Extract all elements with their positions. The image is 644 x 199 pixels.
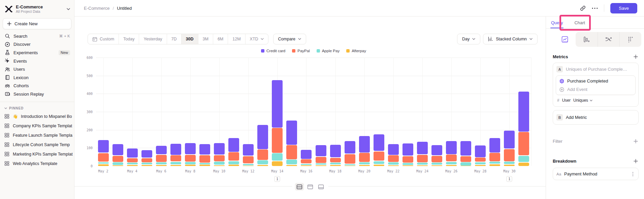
legend-item-paypal[interactable]: PayPal [292,49,310,53]
annotation-badge[interactable]: 1 [275,176,280,182]
segment-paypal [359,153,370,162]
segment-afterpay [214,165,225,166]
chart-type-button[interactable]: Stacked Column [483,34,538,44]
bar-may-11[interactable] [228,137,239,166]
bar-may-6[interactable] [156,145,167,166]
bar-may-28[interactable] [475,145,486,166]
bar-may-22[interactable] [388,143,399,166]
add-metric-plus-icon[interactable] [634,55,638,59]
breadcrumb-report-title[interactable]: Untitled [117,6,132,11]
compare-button[interactable]: Compare [273,34,306,44]
legend-item-apple-pay[interactable]: Apple Pay [317,49,340,53]
bar-may-30[interactable] [504,130,515,166]
bar-may-26[interactable] [446,141,457,166]
bar-may-17[interactable] [316,144,326,166]
range-yesterday[interactable]: Yesterday [139,34,167,44]
bar-may-13[interactable] [257,125,268,166]
sidebar-item-session-replay[interactable]: Session Replay [0,90,74,98]
pinned-section-header[interactable]: PINNED [0,105,74,112]
bar-may-10[interactable] [214,142,225,166]
range-12m[interactable]: 12M [228,34,245,44]
bar-may-18[interactable] [330,144,341,166]
bar-may-14[interactable] [272,79,283,166]
add-event-button[interactable]: Add Event [556,86,635,95]
bar-may-16[interactable] [301,149,312,166]
sidebar-item-search[interactable]: Search⌘ + K [0,32,74,40]
breadcrumb-project[interactable]: E-Commerce [84,6,110,11]
bar-may-27[interactable] [460,141,471,166]
annotation-badge[interactable]: 1 [507,176,512,182]
project-switcher[interactable]: E-Commerce All Project Data [0,3,74,15]
viz-tab-insights[interactable] [554,32,576,47]
range-today[interactable]: Today [119,34,139,44]
tab-query[interactable]: Query [551,20,563,28]
measure-aggregation[interactable]: Uniques [573,98,592,103]
y-axis-tick: 0 [91,164,93,168]
bar-may-19[interactable] [345,140,355,166]
breakdown-card[interactable]: Aa Payment Method [553,168,639,180]
measure-entity[interactable]: User [562,98,571,103]
more-options-icon[interactable] [592,7,598,9]
viz-tab-retention[interactable] [619,32,641,47]
create-new-button[interactable]: Create New [3,18,71,29]
bar-may-8[interactable] [185,142,196,166]
granularity-button[interactable]: Day [457,34,480,44]
tab-chart[interactable]: Chart [574,20,585,28]
sidebar-item-lexicon[interactable]: Lexicon [0,73,74,82]
add-filter-plus-icon[interactable] [634,139,638,143]
viz-tab-funnels[interactable] [576,32,597,47]
range-7d[interactable]: 7D [167,34,182,44]
share-link-icon[interactable] [580,5,586,11]
sidebar-item-cohorts[interactable]: Cohorts [0,82,74,90]
bar-may-21[interactable] [374,134,384,166]
range-30d[interactable]: 30D [182,34,198,44]
segment-apple-pay [504,162,515,164]
sidebar-item-events[interactable]: Events [0,57,74,65]
event-selector[interactable]: Purchase Completed [556,76,635,86]
layout-split-button[interactable] [295,183,304,191]
add-breakdown-plus-icon[interactable] [634,159,638,163]
segment-paypal [402,156,413,163]
pinned-item-company-kpis-sample-templat[interactable]: Company KPIs Sample Templat [0,121,74,131]
pinned-item-web-analytics-template[interactable]: Web Analytics Template [0,159,74,168]
layout-chart-only-button[interactable] [305,183,315,191]
bar-may-5[interactable] [141,150,152,166]
bar-may-20[interactable] [359,136,370,166]
sidebar-divider [0,102,74,102]
pinned-item-lifecycle-cohort-sample-temp[interactable]: Lifecycle Cohort Sample Temp [0,140,74,150]
bar-may-31[interactable] [518,91,529,166]
sidebar-item-discover[interactable]: Discover [0,40,74,49]
pinned-item-feature-launch-sample-templa[interactable]: Feature Launch Sample Templa [0,131,74,140]
kebab-menu-icon[interactable] [631,172,635,176]
bar-may-7[interactable] [170,143,181,166]
bar-may-4[interactable] [127,148,138,166]
range-6m[interactable]: 6M [213,34,228,44]
pinned-item-introduction-to-mixpanel-bo[interactable]: 👋Introduction to Mixpanel Bo [0,112,74,121]
save-button[interactable]: Save [610,3,637,13]
bar-may-23[interactable] [402,143,413,166]
legend-label: Afterpay [352,49,366,53]
pinned-item-marketing-kpis-sample-templat[interactable]: Marketing KPIs Sample Templat [0,150,74,159]
range-3m[interactable]: 3M [198,34,213,44]
sidebar-item-experiments[interactable]: ExperimentsNew [0,48,74,57]
range-label: Yesterday [143,37,162,41]
viz-tab-flows[interactable] [598,32,619,47]
range-custom[interactable]: Custom [88,34,119,44]
layout-table-only-button[interactable] [316,183,325,191]
bar-may-3[interactable] [112,143,123,166]
bar-may-24[interactable] [417,141,428,166]
legend-item-credit-card[interactable]: Credit card [261,49,285,53]
x-axis-label: May 26 [445,169,457,173]
bar-may-25[interactable] [431,144,442,166]
bar-may-2[interactable] [98,140,109,166]
legend-item-afterpay[interactable]: Afterpay [346,49,366,53]
segment-paypal [316,157,326,163]
plot-right-border [531,58,532,166]
bar-may-9[interactable] [199,143,210,166]
metric-card-b[interactable]: B Add Metric [553,110,639,125]
bar-may-29[interactable] [489,137,500,166]
bar-may-12[interactable] [243,143,254,166]
range-xtd[interactable]: XTD [246,34,268,44]
sidebar-item-users[interactable]: Users [0,65,74,73]
bar-may-15[interactable] [286,120,297,166]
